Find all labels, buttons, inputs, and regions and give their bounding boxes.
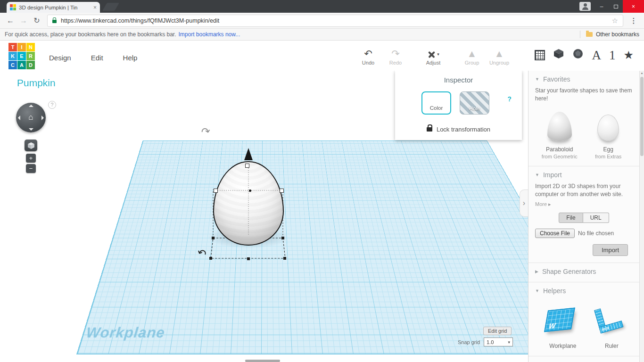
bottom-scrollbar-thumb[interactable] <box>245 360 280 362</box>
orbit-down-icon[interactable] <box>29 128 33 131</box>
favorite-shape-paraboloid[interactable]: Paraboloid from Geometric <box>538 111 581 159</box>
favorites-star-icon[interactable]: ★ <box>623 49 634 62</box>
ruler-helper-icon[interactable]: mm <box>592 304 625 337</box>
color-button[interactable]: Color <box>421 91 451 115</box>
orbit-left-icon[interactable] <box>18 115 20 120</box>
other-bookmarks[interactable]: Other bookmarks <box>580 31 639 38</box>
sidebar-collapse-handle[interactable]: › <box>520 189 528 217</box>
tinkercad-logo[interactable]: T I N K E R C A D <box>8 43 35 69</box>
back-button[interactable]: ← <box>4 16 17 25</box>
lock-transformation[interactable]: Lock transformation <box>395 126 522 133</box>
grid-shapes-icon[interactable] <box>535 50 545 60</box>
base-handle[interactable] <box>209 257 212 260</box>
base-handle[interactable] <box>283 257 286 260</box>
sidebar-scrollbar[interactable]: ▲ <box>639 71 644 362</box>
view-help-button[interactable]: ? <box>48 101 56 109</box>
hole-button[interactable]: Hole <box>460 91 489 115</box>
menu-edit[interactable]: Edit <box>91 54 103 62</box>
base-handle[interactable] <box>247 257 250 260</box>
tab-url[interactable]: URL <box>583 213 609 223</box>
bookmarks-hint: For quick access, place your bookmarks h… <box>5 31 176 38</box>
window-minimize-button[interactable]: – <box>594 0 609 13</box>
redo-button[interactable]: ↷ Redo <box>383 48 408 66</box>
design-title[interactable]: Pumpkin <box>17 77 56 89</box>
shape-generators-header[interactable]: ▶ Shape Generators <box>535 268 633 275</box>
ruler-badge: mm <box>601 325 610 332</box>
center-point <box>249 189 251 192</box>
logo-tile: I <box>17 43 26 51</box>
import-section: ▼ Import Import 2D or 3D shapes from you… <box>528 166 639 263</box>
import-more-link[interactable]: More ▸ <box>535 201 633 207</box>
ungroup-label: Ungroup <box>487 60 512 66</box>
screen: 3D design Pumpkin | Tin × – × ← → ↻ http… <box>0 0 644 362</box>
tab-favicon-icon <box>10 4 16 10</box>
import-button[interactable]: Import <box>593 244 628 256</box>
shape-source: from Extras <box>586 154 630 159</box>
reload-button[interactable]: ↻ <box>30 16 43 25</box>
edit-toolbar: ↶ Undo ↷ Redo ▾ Adjust ▲ Group ▲ Ungro <box>356 48 512 66</box>
paraboloid-icon[interactable] <box>547 112 572 141</box>
scale-handle-left[interactable] <box>214 189 218 193</box>
menu-help[interactable]: Help <box>123 54 138 62</box>
lock-label: Lock transformation <box>437 126 490 133</box>
favorite-shape-egg[interactable]: Egg from Extras <box>586 111 630 159</box>
favorites-description: Star your favorite shapes to save them h… <box>535 87 633 103</box>
window-maximize-button[interactable] <box>609 0 623 13</box>
helpers-header[interactable]: ▼ Helpers <box>535 287 633 295</box>
snap-grid-select[interactable]: 1.0 ▾ <box>484 337 513 346</box>
adjust-caret-icon: ▾ <box>437 52 439 57</box>
scroll-up-icon[interactable]: ▲ <box>640 72 644 74</box>
orbit-right-icon[interactable] <box>41 115 44 120</box>
adjust-icon: ▾ <box>421 48 446 59</box>
forward-button[interactable]: → <box>17 16 30 25</box>
inspector-help-button[interactable]: ? <box>507 95 512 103</box>
adjust-button[interactable]: ▾ Adjust <box>421 48 446 66</box>
numbers-icon[interactable]: 1 <box>609 49 616 62</box>
letters-icon[interactable]: A <box>592 49 601 62</box>
group-button[interactable]: ▲ Group <box>460 48 484 66</box>
scale-handle-top[interactable] <box>245 164 249 168</box>
import-header[interactable]: ▼ Import <box>535 171 633 179</box>
profile-icon[interactable] <box>579 2 591 11</box>
workplane-badge: W <box>548 321 556 330</box>
polyhedron-shape-icon[interactable] <box>572 48 584 62</box>
group-label: Group <box>460 60 484 66</box>
zoom-in-button[interactable]: + <box>26 154 36 163</box>
menu-design[interactable]: Design <box>49 54 71 62</box>
view-navigation-orb[interactable]: ⌂ <box>16 103 46 132</box>
favorites-header[interactable]: ▼ Favorites <box>535 75 633 83</box>
address-bar[interactable]: https://www.tinkercad.com/things/fQfIMJW… <box>47 15 623 27</box>
undo-button[interactable]: ↶ Undo <box>356 48 380 66</box>
box-shape-icon[interactable] <box>553 48 564 62</box>
helpers-section: ▼ Helpers W mm <box>528 282 639 356</box>
snap-grid-value: 1.0 <box>487 339 508 345</box>
scrollbar-thumb[interactable] <box>640 77 644 156</box>
new-tab-button[interactable] <box>102 3 119 11</box>
window-close-button[interactable]: × <box>623 0 644 13</box>
tab-close-icon[interactable]: × <box>93 4 97 11</box>
group-icon: ▲ <box>460 48 484 59</box>
zoom-out-button[interactable]: − <box>26 164 36 173</box>
orbit-up-icon[interactable] <box>29 105 33 107</box>
edit-grid-button[interactable]: Edit grid <box>483 327 512 335</box>
collapse-caret-icon: ▼ <box>535 173 539 177</box>
browser-tab-strip: 3D design Pumpkin | Tin × – × <box>0 0 644 13</box>
ungroup-button[interactable]: ▲ Ungroup <box>487 48 512 66</box>
scale-handle-right[interactable] <box>280 189 284 193</box>
bookmark-star-icon[interactable]: ☆ <box>612 16 618 25</box>
fit-view-button[interactable] <box>25 140 37 151</box>
workplane-helper-icon[interactable]: W <box>544 307 575 332</box>
tab-file[interactable]: File <box>559 213 583 223</box>
egg-icon[interactable] <box>597 115 619 141</box>
logo-tile: D <box>26 61 35 69</box>
shape-name: Egg <box>586 146 630 153</box>
browser-tab[interactable]: 3D design Pumpkin | Tin × <box>7 2 100 13</box>
shape-source: from Geometric <box>538 154 581 159</box>
base-handle[interactable] <box>212 237 215 239</box>
base-handle[interactable] <box>281 237 284 239</box>
url-text[interactable]: https://www.tinkercad.com/things/fQfIMJW… <box>61 17 612 24</box>
import-tabs: File URL <box>535 213 633 223</box>
browser-menu-icon[interactable]: ⋮ <box>627 16 640 25</box>
choose-file-button[interactable]: Choose File <box>535 229 575 238</box>
import-bookmarks-link[interactable]: Import bookmarks now... <box>179 31 240 38</box>
